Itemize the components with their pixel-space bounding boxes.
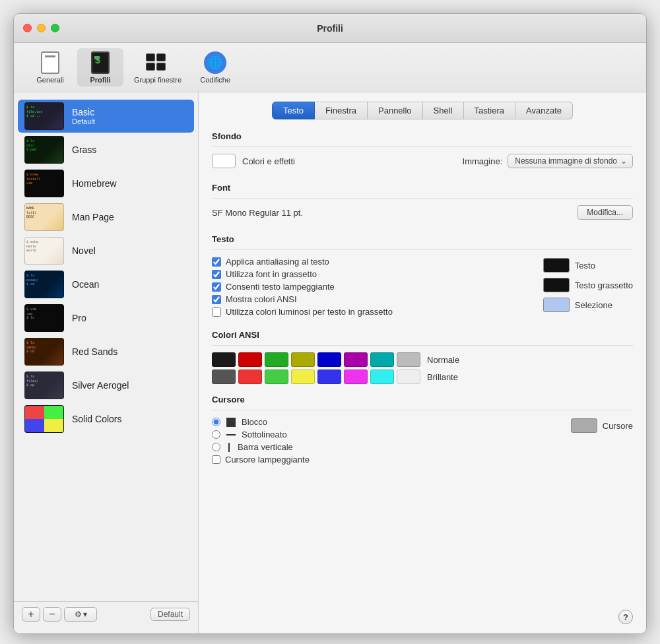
toolbar-btn-codifiche[interactable]: 🌐 Codifiche: [192, 48, 238, 86]
sfondo-section: Sfondo Colori e effetti Immagine: Nessun…: [212, 131, 633, 172]
ansi-b0[interactable]: [212, 370, 236, 384]
ansi-b7[interactable]: [397, 370, 420, 384]
blocco-icon: [226, 418, 236, 427]
sidebar-footer: + − ⚙ ▾ Default: [14, 601, 198, 627]
thumb-silveraerogel: $ lsfiles/$ cp: [24, 371, 64, 399]
ansi-n2[interactable]: [265, 352, 288, 367]
checkbox-ansi-input[interactable]: [212, 295, 221, 304]
sidebar-item-novel[interactable]: $ echohelloworld Novel: [18, 234, 194, 267]
sidebar-item-redsands[interactable]: $ lssand/$ cd Red Sands: [18, 335, 194, 368]
tab-testo[interactable]: Testo: [272, 102, 315, 119]
item-info-basic: Basic Default: [72, 107, 95, 125]
tab-pannello[interactable]: Pannello: [368, 102, 423, 119]
cursore-options-col: Blocco Sottolineato Barra verticale: [212, 417, 558, 467]
item-name-homebrew: Homebrew: [72, 178, 117, 189]
remove-profile-button[interactable]: −: [43, 607, 61, 622]
gruppi-icon: [146, 51, 170, 75]
ansi-n5[interactable]: [344, 352, 368, 367]
maximize-button[interactable]: [51, 24, 59, 32]
sidebar-item-manpage[interactable]: NAME ls(1)DESC Man Page: [18, 201, 194, 234]
swatch-grassetto[interactable]: [543, 278, 570, 292]
checkbox-lampeggiante-label: Consenti testo lampeggiante: [226, 282, 335, 292]
ansi-b5[interactable]: [344, 370, 368, 384]
thumb-grass: $ lsdir/$ pwd: [24, 136, 64, 164]
toolbar-btn-profili[interactable]: Profili: [77, 48, 123, 86]
ansi-b3[interactable]: [291, 370, 315, 384]
item-info-silveraerogel: Silver Aerogel: [72, 380, 129, 391]
sidebar: $ lsfile.txt$ cd .. Basic Default $ lsdi…: [14, 92, 199, 633]
ansi-title: Colori ANSI: [212, 330, 633, 340]
sidebar-item-homebrew[interactable]: $ brewinstallvim Homebrew: [18, 167, 194, 200]
checkbox-lampeggiante-input[interactable]: [212, 282, 221, 292]
ansi-b6[interactable]: [370, 370, 394, 384]
image-select-control: Immagine: Nessuna immagine di sfondo ⌄: [463, 154, 633, 168]
swatch-testo[interactable]: [543, 258, 570, 273]
swatch-cursore[interactable]: [571, 418, 597, 433]
cursore-divider: [212, 410, 633, 410]
ansi-n1[interactable]: [238, 352, 262, 367]
ansi-n3[interactable]: [291, 352, 315, 367]
item-name-pro: Pro: [72, 313, 86, 323]
radio-barra: Barra verticale: [212, 442, 558, 452]
ansi-b1[interactable]: [238, 370, 262, 384]
modifica-font-button[interactable]: Modifica...: [577, 205, 633, 220]
ansi-n7[interactable]: [397, 352, 420, 367]
traffic-lights: [23, 24, 59, 32]
checkbox-luminosi-input[interactable]: [212, 307, 221, 317]
checkbox-antialiasing-input[interactable]: [212, 257, 221, 267]
immagine-dropdown[interactable]: Nessuna immagine di sfondo ⌄: [508, 154, 633, 168]
radio-sottolineato-input[interactable]: [212, 430, 220, 439]
set-default-button[interactable]: Default: [150, 608, 190, 621]
ansi-n6[interactable]: [370, 352, 394, 367]
ansi-divider: [212, 345, 633, 346]
sidebar-item-pro[interactable]: $ vim:wq$ ls Pro: [18, 302, 194, 335]
add-profile-button[interactable]: +: [22, 607, 40, 622]
close-button[interactable]: [23, 24, 32, 32]
minimize-button[interactable]: [37, 24, 46, 32]
ansi-n4[interactable]: [317, 352, 341, 367]
ansi-normale-row: Normale: [212, 352, 633, 367]
cursore-title: Cursore: [212, 395, 633, 404]
sidebar-item-basic[interactable]: $ lsfile.txt$ cd .. Basic Default: [18, 100, 194, 133]
cursore-section: Cursore Blocco Sottolineato: [212, 395, 633, 467]
help-button[interactable]: ?: [618, 610, 633, 624]
item-info-pro: Pro: [72, 313, 86, 323]
radio-barra-label: Barra verticale: [238, 442, 293, 452]
swatch-label-grassetto: Testo grassetto: [575, 280, 633, 290]
tab-tastiera[interactable]: Tastiera: [464, 102, 516, 119]
sfondo-color-box[interactable]: [212, 154, 236, 168]
radio-lampeggiante-input[interactable]: [212, 455, 220, 464]
sidebar-item-solidcolors[interactable]: Solid Colors: [18, 402, 194, 435]
colori-effetti-link[interactable]: Colori e effetti: [242, 156, 295, 166]
checkbox-grassetto-input[interactable]: [212, 270, 221, 279]
immagine-label: Immagine:: [463, 156, 503, 166]
sidebar-item-grass[interactable]: $ lsdir/$ pwd Grass: [18, 133, 194, 166]
sidebar-item-silveraerogel[interactable]: $ lsfiles/$ cp Silver Aerogel: [18, 369, 194, 402]
toolbar-btn-gruppi[interactable]: Gruppi finestre: [127, 48, 188, 86]
swatch-selezione[interactable]: [543, 298, 570, 312]
swatch-label-cursore: Cursore: [603, 421, 633, 431]
radio-barra-input[interactable]: [212, 443, 220, 451]
ansi-b2[interactable]: [265, 370, 288, 384]
ansi-normale-label: Normale: [427, 355, 459, 365]
testo-divider: [212, 249, 633, 250]
toolbar-label-generali: Generali: [36, 76, 64, 84]
ansi-b4[interactable]: [317, 370, 341, 384]
item-info-homebrew: Homebrew: [72, 178, 117, 189]
tab-shell[interactable]: Shell: [423, 102, 464, 119]
checkbox-ansi-label: Mostra colori ANSI: [226, 294, 297, 304]
tab-avanzate[interactable]: Avanzate: [515, 102, 573, 119]
window-title: Profili: [317, 23, 343, 34]
sfondo-row: Colori e effetti Immagine: Nessuna immag…: [212, 154, 633, 168]
checkbox-luminosi-label: Utilizza colori luminosi per testo in gr…: [226, 307, 393, 317]
checkbox-antialiasing-label: Applica antialiasing al testo: [226, 257, 329, 267]
tab-finestra[interactable]: Finestra: [315, 102, 368, 119]
gear-menu-button[interactable]: ⚙ ▾: [64, 607, 97, 622]
checkbox-grassetto-label: Utilizza font in grassetto: [226, 269, 317, 279]
toolbar-btn-generali[interactable]: Generali: [27, 48, 73, 86]
sottolineato-icon: [226, 434, 236, 435]
radio-blocco-input[interactable]: [212, 418, 220, 426]
ansi-n0[interactable]: [212, 352, 236, 367]
sidebar-item-ocean[interactable]: $ lsocean/$ cd Ocean: [18, 268, 194, 301]
font-section: Font SF Mono Regular 11 pt. Modifica...: [212, 183, 633, 224]
